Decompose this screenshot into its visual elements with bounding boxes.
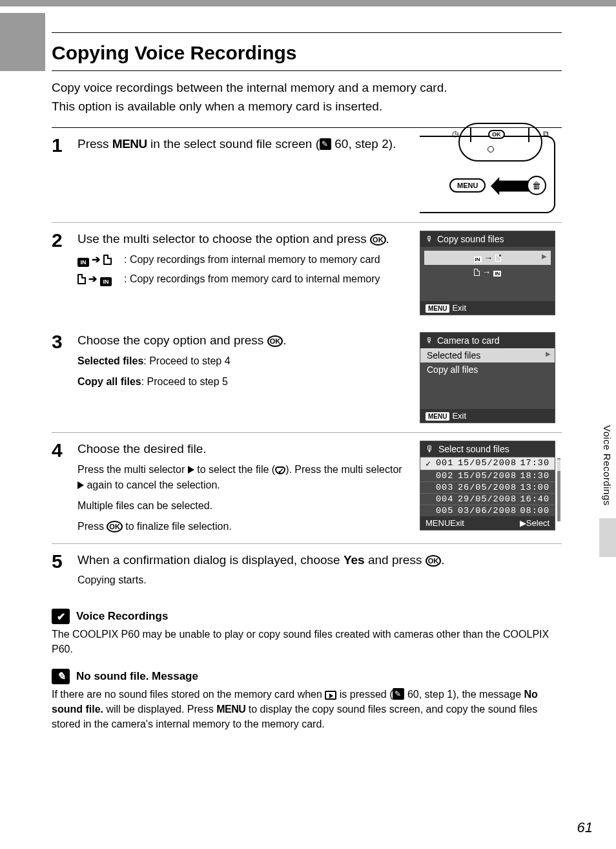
checkmark-icon — [275, 466, 285, 474]
ok-icon: OK — [370, 234, 386, 246]
scrollbar — [557, 458, 560, 521]
voice-icon: 🎙 — [426, 235, 433, 244]
file-list-row: ✓00115/05/200817:30 — [420, 457, 555, 470]
arrow-to-menu-icon — [491, 177, 529, 195]
side-tab: Voice Recordings — [599, 419, 616, 541]
step-2-lcd: 🎙Copy sound files IN → → IN MENUExit — [420, 231, 562, 315]
step-4-body: Choose the desired file. Press the multi… — [77, 441, 411, 534]
page-ref-icon — [320, 138, 331, 150]
step-1-body: Press MENU in the select sound file scre… — [77, 136, 411, 213]
note-body: The COOLPIX P60 may be unable to play or… — [52, 627, 562, 656]
caution-icon: ✔ — [52, 609, 70, 624]
lcd-option-selected-files: Selected files — [420, 348, 555, 362]
step-5: 5 When a confirmation dialog is displaye… — [52, 544, 562, 598]
side-tab-block — [599, 518, 616, 557]
step-5-number: 5 — [52, 552, 77, 589]
rule-under-title — [52, 70, 562, 71]
intro-text: Copy voice recordings between the intern… — [52, 79, 562, 116]
menu-glyph: MENU — [216, 704, 245, 715]
lcd-option-in-to-card: IN → — [424, 251, 551, 265]
lcd-title: Select sound files — [438, 444, 509, 454]
step-1-figure: OK ◷ ⧉ MENU 🗑 — [420, 136, 562, 213]
file-list-row: 00215/05/200818:30 — [420, 470, 555, 481]
file-list-row: 00326/05/200813:00 — [420, 481, 555, 493]
note-no-sound-file: ✎ No sound file. Message If there are no… — [52, 669, 562, 732]
lcd-title: Camera to card — [437, 335, 499, 346]
lcd-option-copy-all: Copy all files — [420, 362, 555, 377]
timer-icon: ◷ — [452, 129, 458, 138]
ok-icon: OK — [107, 521, 123, 532]
step-1-number: 1 — [52, 136, 77, 213]
step-2-option-1: IN ➔ : Copy recordings from internal mem… — [77, 252, 411, 267]
note-icon: ✎ — [52, 669, 70, 684]
lcd-option-card-to-in: → IN — [424, 265, 551, 279]
note-title: Voice Recordings — [76, 610, 168, 623]
page-ref-icon — [393, 688, 404, 700]
lcd-title: Copy sound files — [437, 234, 504, 244]
step-4-lcd: 🎙Select sound files ✓00115/05/200817:300… — [420, 441, 562, 534]
page-gutter — [0, 13, 45, 71]
right-triangle-icon — [188, 466, 194, 474]
menu-glyph-lcd: MENU — [426, 412, 449, 421]
step-4-number: 4 — [52, 441, 77, 534]
ok-icon: OK — [267, 335, 283, 347]
step-3-number: 3 — [52, 332, 77, 423]
exposure-comp-icon: ⧉ — [543, 129, 549, 138]
note-voice-recordings: ✔ Voice Recordings The COOLPIX P60 may b… — [52, 609, 562, 656]
rule-top — [52, 32, 562, 33]
menu-glyph: MENU — [112, 137, 147, 151]
step-2-option-2: ➔ IN : Copy recordings from memory card … — [77, 271, 411, 287]
menu-glyph-lcd: MENU — [426, 518, 450, 528]
file-list-row: 00429/05/200816:40 — [420, 493, 555, 505]
note-title: No sound file. Message — [76, 670, 198, 683]
trash-button-diagram: 🗑 — [527, 176, 546, 195]
internal-memory-icon: IN — [100, 277, 112, 286]
step-2-body: Use the multi selector to choose the opt… — [77, 231, 411, 315]
step-2-number: 2 — [52, 231, 77, 315]
step-5-body: When a confirmation dialog is displayed,… — [77, 552, 562, 589]
page-number: 61 — [577, 819, 593, 836]
voice-icon: 🎙 — [426, 444, 435, 454]
step-3: 3 Choose the copy option and press OK. S… — [52, 324, 562, 432]
ok-button-diagram: OK — [488, 130, 505, 139]
ok-icon: OK — [426, 555, 442, 567]
step-2: 2 Use the multi selector to choose the o… — [52, 223, 562, 324]
step-4: 4 Choose the desired file. Press the mul… — [52, 433, 562, 543]
camera-back-diagram: OK ◷ ⧉ MENU 🗑 — [420, 136, 555, 213]
sd-card-icon — [103, 255, 112, 265]
note-body: If there are no sound files stored on th… — [52, 687, 562, 732]
step-1: 1 Press MENU in the select sound file sc… — [52, 128, 562, 222]
menu-button-diagram: MENU — [449, 178, 486, 193]
sd-card-icon — [77, 274, 86, 284]
step-3-body: Choose the copy option and press OK. Sel… — [77, 332, 411, 423]
right-triangle-icon — [77, 481, 84, 489]
side-tab-label: Voice Recordings — [599, 419, 613, 506]
playback-icon — [325, 691, 336, 700]
voice-icon: 🎙 — [426, 336, 433, 345]
file-list-row: 00503/06/200808:00 — [420, 505, 555, 516]
step-3-lcd: 🎙Camera to card Selected files Copy all … — [420, 332, 562, 423]
page-title: Copying Voice Recordings — [52, 42, 562, 64]
lcd-select-action: ▶Select — [520, 518, 549, 528]
menu-glyph-lcd: MENU — [426, 304, 449, 313]
internal-memory-icon: IN — [77, 258, 89, 267]
